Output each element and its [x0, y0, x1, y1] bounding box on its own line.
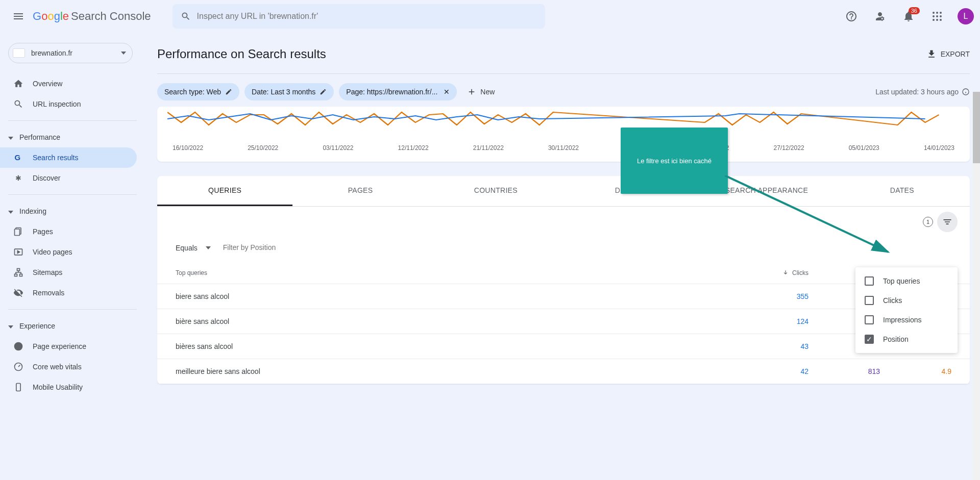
chip-search-type[interactable]: Search type: Web — [157, 83, 239, 100]
nav-label: Video pages — [33, 248, 72, 256]
close-icon[interactable]: ✕ — [444, 88, 450, 96]
annotation-text: Le filtre est ici bien caché — [637, 157, 712, 165]
user-settings-icon — [874, 10, 886, 22]
popup-item-top-queries[interactable]: Top queries — [855, 271, 958, 291]
svg-point-0 — [933, 12, 935, 14]
section-label: Indexing — [19, 207, 46, 215]
url-search-bar[interactable] — [173, 4, 545, 29]
impressions-cell: 813 — [808, 367, 880, 375]
sidebar-item-overview[interactable]: Overview — [0, 73, 137, 94]
menu-button[interactable] — [6, 4, 31, 29]
topbar: Google Search Console 36 L — [0, 0, 980, 33]
tab-countries[interactable]: COUNTRIES — [428, 176, 564, 206]
nav-label: Core web vitals — [33, 363, 82, 371]
position-filter-input[interactable] — [223, 243, 376, 252]
svg-rect-13 — [17, 269, 20, 271]
position-cell: 4.9 — [880, 367, 951, 375]
popup-label: Impressions — [883, 316, 921, 324]
date-tick: 16/10/2022 — [173, 144, 203, 151]
sidebar-item-removals[interactable]: Removals — [0, 283, 137, 303]
add-filter-button[interactable]: New — [462, 87, 500, 96]
divider — [157, 73, 970, 74]
chevron-down-icon — [206, 246, 211, 249]
popup-item-position[interactable]: ✓ Position — [855, 330, 958, 349]
console-text: Search Console — [71, 10, 151, 23]
url-search-input[interactable] — [197, 12, 537, 21]
sidebar-section-indexing[interactable]: Indexing — [0, 201, 137, 221]
checkbox-checked-icon: ✓ — [865, 335, 874, 344]
query-cell: biere sans alcool — [176, 292, 737, 300]
star-icon: ✱ — [12, 174, 24, 182]
chip-page[interactable]: Page: https://brewnation.fr/... ✕ — [339, 83, 457, 100]
sidebar-item-core-web-vitals[interactable]: Core web vitals — [0, 357, 137, 377]
divider — [8, 120, 137, 121]
query-cell: meilleure biere sans alcool — [176, 367, 737, 375]
chevron-down-icon — [121, 52, 126, 55]
sidebar-item-mobile-usability[interactable]: Mobile Usability — [0, 377, 137, 397]
chip-date[interactable]: Date: Last 3 months — [244, 83, 334, 100]
table-row[interactable]: meilleure biere sans alcool 42 813 4.9 — [157, 359, 970, 384]
popup-item-clicks[interactable]: Clicks — [855, 291, 958, 310]
sidebar: brewnation.fr Overview URL inspection Pe… — [0, 33, 143, 480]
chart-area[interactable] — [167, 110, 960, 130]
logo[interactable]: Google Search Console — [33, 10, 151, 23]
circle-plus-icon — [12, 341, 24, 351]
svg-rect-15 — [20, 274, 22, 276]
table-row[interactable]: bière sans alcool 124 8,283 8.8 — [157, 309, 970, 334]
sidebar-item-search-results[interactable]: G Search results — [0, 147, 137, 168]
col-top-queries[interactable]: Top queries — [176, 269, 737, 276]
tab-queries[interactable]: QUERIES — [157, 176, 292, 206]
date-tick: 30/11/2022 — [548, 144, 579, 151]
checkbox-icon — [865, 276, 874, 286]
date-tick: 25/10/2022 — [248, 144, 278, 151]
tab-dates[interactable]: DATES — [835, 176, 970, 206]
sidebar-item-pages[interactable]: Pages — [0, 221, 137, 242]
equals-label: Equals — [176, 244, 198, 252]
tab-pages[interactable]: PAGES — [292, 176, 428, 206]
search-icon — [181, 11, 191, 21]
help-button[interactable] — [839, 4, 864, 29]
edit-icon — [225, 88, 232, 95]
avatar[interactable]: L — [958, 8, 974, 24]
equals-dropdown[interactable]: Equals — [176, 244, 211, 252]
sidebar-item-sitemaps[interactable]: Sitemaps — [0, 262, 137, 283]
sidebar-item-video-pages[interactable]: Video pages — [0, 242, 137, 262]
export-button[interactable]: EXPORT — [926, 49, 970, 59]
export-label: EXPORT — [941, 50, 970, 58]
filter-count-badge: 1 — [923, 217, 933, 227]
info-icon[interactable] — [962, 88, 970, 96]
notifications-button[interactable]: 36 — [896, 4, 921, 29]
settings-button[interactable] — [868, 4, 892, 29]
annotation-callout: Le filtre est ici bien caché — [621, 128, 728, 194]
apps-button[interactable] — [925, 4, 949, 29]
search-icon — [12, 99, 24, 109]
scroll-thumb[interactable] — [973, 92, 980, 163]
date-tick: 21/11/2022 — [473, 144, 504, 151]
sidebar-section-experience[interactable]: Experience — [0, 316, 137, 336]
table-row[interactable]: bières sans alcool 43 1,196 6.6 — [157, 334, 970, 359]
checkbox-icon — [865, 315, 874, 324]
sidebar-item-discover[interactable]: ✱ Discover — [0, 168, 137, 188]
col-clicks[interactable]: Clicks — [737, 269, 808, 276]
clicks-cell: 42 — [737, 367, 808, 375]
queries-table-card: QUERIES PAGES COUNTRIES DEVICES SEARCH A… — [157, 176, 970, 384]
checkbox-icon — [865, 296, 874, 305]
col-label: Clicks — [792, 269, 808, 276]
divider — [8, 309, 137, 310]
property-picker[interactable]: brewnation.fr — [8, 43, 133, 63]
sidebar-section-performance[interactable]: Performance — [0, 127, 137, 147]
svg-point-16 — [14, 342, 23, 351]
edit-icon — [320, 88, 327, 95]
position-filter-row: Equals — [157, 237, 970, 262]
popup-label: Position — [883, 335, 909, 343]
page-scrollbar[interactable] — [973, 92, 980, 480]
filter-button[interactable] — [937, 212, 958, 232]
popup-item-impressions[interactable]: Impressions — [855, 310, 958, 330]
sidebar-item-page-experience[interactable]: Page experience — [0, 336, 137, 357]
sidebar-item-url-inspection[interactable]: URL inspection — [0, 94, 137, 114]
table-row[interactable]: biere sans alcool 355 — [157, 284, 970, 309]
sitemap-icon — [12, 267, 24, 277]
pages-icon — [12, 226, 24, 237]
chevron-down-icon — [8, 322, 13, 330]
popup-label: Top queries — [883, 277, 920, 285]
